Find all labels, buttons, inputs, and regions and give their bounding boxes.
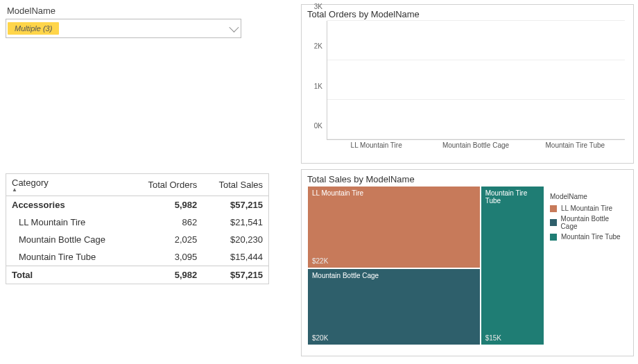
- y-tick-label: 1K: [314, 82, 322, 89]
- table-row[interactable]: Mountain Tire Tube 3,095 $15,444: [6, 248, 268, 266]
- table-row[interactable]: LL Mountain Tire 862 $21,541: [6, 214, 268, 231]
- treemap-title: Total Sales by ModelName: [307, 174, 628, 184]
- y-tick-label: 2K: [314, 42, 322, 50]
- legend-label: LL Mountain Tire: [561, 205, 612, 212]
- legend-item[interactable]: Mountain Tire Tube: [550, 233, 625, 241]
- model-slicer-dropdown[interactable]: Multiple (3): [6, 19, 241, 38]
- legend-label: Mountain Tire Tube: [561, 233, 621, 241]
- legend-label: Mountain Bottle Cage: [561, 215, 625, 230]
- bar-chart-title: Total Orders by ModelName: [307, 9, 628, 19]
- tile-value: $20K: [312, 334, 328, 342]
- data-table[interactable]: Category ▲ Total Orders Total Sales Acce…: [6, 173, 269, 284]
- table-region: Category ▲ Total Orders Total Sales Acce…: [4, 169, 295, 356]
- legend-swatch-icon: [550, 205, 557, 212]
- table-row[interactable]: Mountain Bottle Cage 2,025 $20,230: [6, 231, 268, 248]
- table-total-row: Total 5,982 $57,215: [6, 266, 268, 284]
- x-tick-label: LL Mountain Tire: [327, 141, 426, 153]
- y-tick-label: 3K: [314, 3, 322, 10]
- x-tick-label: Mountain Bottle Cage: [426, 141, 525, 153]
- tile-value: $15K: [485, 334, 501, 342]
- col-total-sales[interactable]: Total Sales: [202, 174, 268, 196]
- treemap-tile[interactable]: Mountain Tire Tube$15K: [481, 186, 544, 345]
- table-header-row: Category ▲ Total Orders Total Sales: [6, 174, 268, 196]
- tile-label: LL Mountain Tire: [312, 189, 476, 197]
- treemap-plot: LL Mountain Tire$22KMountain Bottle Cage…: [307, 186, 544, 345]
- sort-asc-icon: ▲: [12, 188, 126, 192]
- bar-chart-region: Total Orders by ModelName 0K1K2K3K LL Mo…: [301, 4, 634, 164]
- legend-swatch-icon: [550, 234, 557, 241]
- slicer-value-chip: Multiple (3): [8, 22, 59, 35]
- chevron-down-icon: [229, 23, 239, 33]
- slicer-title: ModelName: [7, 6, 295, 16]
- tile-label: Mountain Bottle Cage: [312, 272, 476, 279]
- tile-label: Mountain Tire Tube: [485, 189, 540, 205]
- treemap-panel[interactable]: Total Sales by ModelName LL Mountain Tir…: [301, 169, 634, 356]
- slicer-region: ModelName Multiple (3): [4, 4, 295, 164]
- treemap-region: Total Sales by ModelName LL Mountain Tir…: [301, 169, 634, 356]
- treemap-tile[interactable]: Mountain Bottle Cage$20K: [307, 268, 481, 345]
- legend-title: ModelName: [550, 193, 625, 200]
- x-tick-label: Mountain Tire Tube: [526, 141, 625, 153]
- col-total-orders[interactable]: Total Orders: [131, 174, 202, 196]
- legend-item[interactable]: LL Mountain Tire: [550, 205, 625, 212]
- col-category[interactable]: Category ▲: [6, 174, 131, 196]
- legend-item[interactable]: Mountain Bottle Cage: [550, 215, 625, 230]
- legend-swatch-icon: [550, 219, 557, 226]
- y-tick-label: 0K: [314, 122, 322, 130]
- bar-chart-panel[interactable]: Total Orders by ModelName 0K1K2K3K LL Mo…: [301, 4, 634, 164]
- treemap-legend: ModelName LL Mountain TireMountain Bottl…: [544, 186, 628, 345]
- table-group-row[interactable]: Accessories 5,982 $57,215: [6, 196, 268, 214]
- tile-value: $22K: [312, 257, 328, 265]
- bar-chart-plot: 0K1K2K3K LL Mountain TireMountain Bottle…: [324, 21, 625, 153]
- treemap-tile[interactable]: LL Mountain Tire$22K: [307, 186, 481, 268]
